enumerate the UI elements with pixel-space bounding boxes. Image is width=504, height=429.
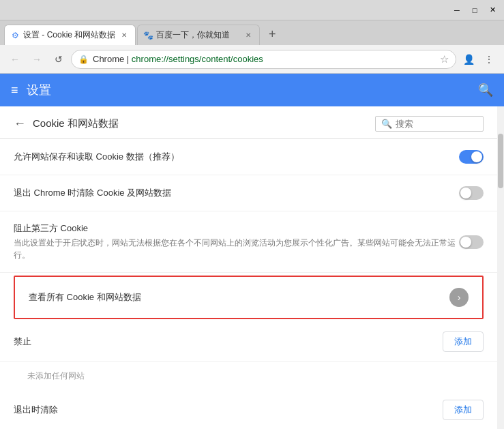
settings-tab-title: 设置 - Cookie 和网站数据	[23, 29, 115, 41]
minimize-button[interactable]: ─	[448, 3, 466, 17]
omnibox-text: Chrome | chrome://settings/content/cooki…	[93, 54, 436, 64]
lock-icon: 🔒	[78, 55, 89, 64]
main-content: ← Cookie 和网站数据 🔍 允许网站保存和读取 Cookie 数据（推荐）	[0, 106, 497, 429]
settings-tab-close[interactable]: ✕	[119, 30, 130, 41]
block-third-party-label: 阻止第三方 Cookie	[14, 222, 459, 235]
clear-on-exit-section-label: 退出时清除	[14, 404, 443, 416]
clear-on-exit-toggle-knob	[460, 188, 471, 198]
restore-button[interactable]: □	[466, 3, 484, 17]
settings-title: 设置	[27, 82, 470, 98]
window-controls: ─ □ ✕	[448, 3, 501, 17]
allow-cookies-label: 允许网站保存和读取 Cookie 数据（推荐）	[14, 151, 459, 163]
allow-cookies-toggle[interactable]	[459, 150, 484, 164]
settings-header: ≡ 设置 🔍	[0, 74, 504, 106]
chrome-ui: ≡ 设置 🔍 ← Cookie 和网站数据 🔍 允许网站保存和读取 Cookie…	[0, 74, 504, 429]
title-bar: ─ □ ✕	[0, 0, 504, 20]
clear-on-exit-text: 退出 Chrome 时清除 Cookie 及网站数据	[14, 187, 459, 199]
bookmark-icon[interactable]: ☆	[440, 53, 449, 65]
block-third-party-toggle[interactable]	[459, 235, 484, 249]
block-section-label: 禁止	[14, 336, 443, 348]
subpage-title: Cookie 和网站数据	[33, 117, 368, 130]
scrollbar-thumb[interactable]	[498, 134, 503, 188]
account-button[interactable]: 👤	[459, 50, 478, 69]
tab-bar: ⚙ 设置 - Cookie 和网站数据 ✕ 🐾 百度一下，你就知道 ✕ +	[0, 20, 504, 45]
close-button[interactable]: ✕	[484, 3, 501, 17]
view-all-cookies-row[interactable]: 查看所有 Cookie 和网站数据 ›	[14, 276, 484, 319]
chevron-right-icon: ›	[449, 288, 469, 307]
url-separator: |	[124, 54, 132, 64]
scrollbar[interactable]	[497, 106, 504, 429]
address-bar-actions: 👤 ⋮	[459, 50, 499, 69]
omnibox[interactable]: 🔒 Chrome | chrome://settings/content/coo…	[71, 50, 456, 69]
back-button[interactable]: ←	[5, 50, 25, 69]
allow-cookies-row: 允许网站保存和读取 Cookie 数据（推荐）	[0, 139, 497, 175]
block-empty-state: 未添加任何网站	[0, 362, 497, 390]
baidu-tab-close[interactable]: ✕	[243, 30, 254, 41]
search-icon: 🔍	[381, 119, 392, 129]
settings-tab-icon: ⚙	[10, 31, 20, 40]
menu-button[interactable]: ⋮	[479, 50, 499, 69]
search-input[interactable]	[396, 119, 477, 129]
baidu-tab-title: 百度一下，你就知道	[156, 29, 239, 41]
url-scheme: Chrome	[93, 54, 124, 64]
block-third-party-text: 阻止第三方 Cookie 当此设置处于开启状态时，网站无法根据您在各个不同网站上…	[14, 222, 459, 261]
allow-cookies-toggle-knob	[471, 151, 482, 162]
search-box[interactable]: 🔍	[375, 116, 484, 132]
settings-search-icon[interactable]: 🔍	[478, 83, 493, 98]
clear-on-exit-add-button[interactable]: 添加	[443, 400, 484, 420]
block-third-party-desc: 当此设置处于开启状态时，网站无法根据您在各个不同网站上的浏览活动为您展示个性化广…	[14, 237, 459, 261]
settings-menu-icon[interactable]: ≡	[11, 83, 18, 98]
settings-tab[interactable]: ⚙ 设置 - Cookie 和网站数据 ✕	[4, 25, 136, 45]
url-path: chrome://settings/content/cookies	[132, 54, 263, 64]
baidu-tab-icon: 🐾	[143, 31, 153, 40]
subpage-header: ← Cookie 和网站数据 🔍	[0, 106, 497, 139]
clear-on-exit-label: 退出 Chrome 时清除 Cookie 及网站数据	[14, 187, 459, 199]
clear-on-exit-toggle[interactable]	[459, 186, 484, 200]
refresh-button[interactable]: ↺	[49, 50, 68, 69]
new-tab-button[interactable]: +	[263, 25, 282, 44]
block-add-button[interactable]: 添加	[443, 331, 484, 352]
content-area: ← Cookie 和网站数据 🔍 允许网站保存和读取 Cookie 数据（推荐）	[0, 106, 504, 429]
clear-on-exit-section-row: 退出时清除 添加	[0, 390, 497, 429]
clear-on-exit-row: 退出 Chrome 时清除 Cookie 及网站数据	[0, 175, 497, 211]
address-bar: ← → ↺ 🔒 Chrome | chrome://settings/conte…	[0, 45, 504, 74]
block-third-party-row: 阻止第三方 Cookie 当此设置处于开启状态时，网站无法根据您在各个不同网站上…	[0, 211, 497, 273]
block-third-party-toggle-knob	[460, 237, 471, 248]
forward-button[interactable]: →	[27, 50, 46, 69]
block-section-row: 禁止 添加	[0, 322, 497, 362]
baidu-tab[interactable]: 🐾 百度一下，你就知道 ✕	[137, 25, 260, 45]
back-button[interactable]: ←	[14, 117, 26, 131]
allow-cookies-text: 允许网站保存和读取 Cookie 数据（推荐）	[14, 151, 459, 163]
view-all-cookies-label: 查看所有 Cookie 和网站数据	[29, 291, 449, 304]
